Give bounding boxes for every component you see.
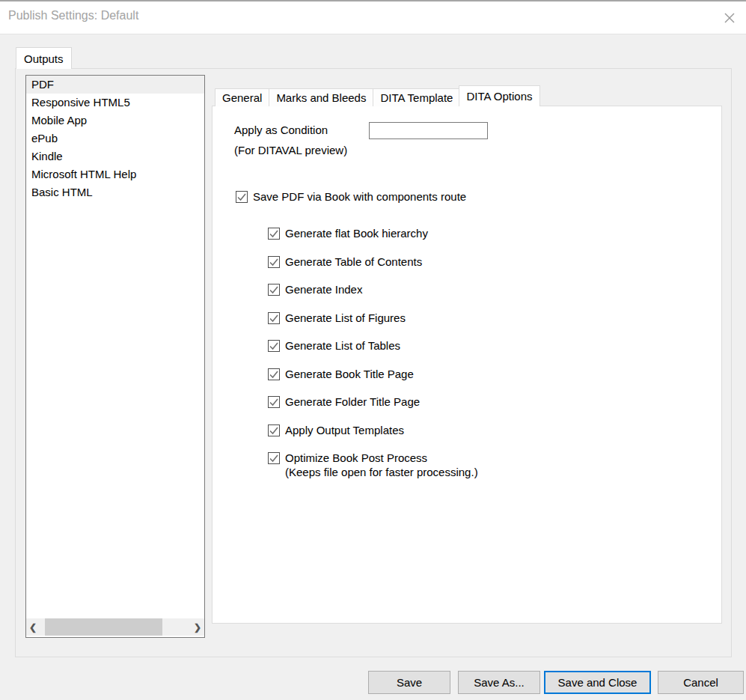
checkmark-icon bbox=[269, 425, 279, 436]
optimize-note: (Keeps file open for faster processing.) bbox=[285, 466, 478, 478]
checkbox-flat-book-hierarchy[interactable] bbox=[268, 228, 280, 240]
checkbox-row-apply-output-templates[interactable]: Apply Output Templates bbox=[268, 424, 404, 436]
list-item-mobile-app[interactable]: Mobile App bbox=[26, 112, 204, 130]
save-and-close-button[interactable]: Save and Close bbox=[544, 671, 651, 694]
scroll-left-icon[interactable]: ❮ bbox=[26, 618, 40, 636]
checkbox-label: Generate Index bbox=[285, 283, 362, 296]
detail-tabs: General Marks and Bleeds DITA Template D… bbox=[215, 85, 540, 106]
checkbox-table-of-contents[interactable] bbox=[268, 256, 280, 268]
checkbox-optimize-book-post-process[interactable] bbox=[268, 452, 280, 464]
checkbox-label: Generate List of Tables bbox=[285, 339, 400, 352]
list-item-basic-html[interactable]: Basic HTML bbox=[26, 183, 204, 201]
tab-marks-and-bleeds-label: Marks and Bleeds bbox=[276, 91, 366, 104]
checkbox-label: Save PDF via Book with components route bbox=[253, 190, 466, 203]
tab-outputs-label: Outputs bbox=[24, 52, 64, 65]
checkbox-save-pdf-via-book[interactable] bbox=[236, 191, 248, 203]
checkbox-label: Generate List of Figures bbox=[285, 311, 406, 324]
checkbox-folder-title-page[interactable] bbox=[268, 396, 280, 408]
publish-settings-dialog: Publish Settings: Default Outputs PDF Re… bbox=[0, 0, 746, 700]
scrollbar-thumb[interactable] bbox=[45, 618, 162, 636]
checkmark-icon bbox=[236, 192, 247, 202]
list-item-pdf[interactable]: PDF bbox=[26, 76, 204, 94]
cancel-button[interactable]: Cancel bbox=[658, 671, 744, 694]
checkbox-label: Generate Table of Contents bbox=[285, 255, 422, 268]
checkmark-icon bbox=[269, 453, 279, 463]
checkmark-icon bbox=[269, 397, 279, 407]
checkbox-row-optimize-book-post-process[interactable]: Optimize Book Post Process bbox=[268, 451, 427, 464]
checkbox-label: Generate flat Book hierarchy bbox=[285, 227, 428, 240]
checkmark-icon bbox=[269, 284, 279, 295]
tab-dita-template[interactable]: DITA Template bbox=[373, 88, 459, 106]
checkbox-row-save-pdf-via-book[interactable]: Save PDF via Book with components route bbox=[236, 190, 466, 203]
output-type-list[interactable]: PDF Responsive HTML5 Mobile App ePub Kin… bbox=[25, 75, 205, 638]
save-button[interactable]: Save bbox=[368, 671, 450, 694]
checkbox-row-flat-book-hierarchy[interactable]: Generate flat Book hierarchy bbox=[268, 227, 428, 240]
checkmark-icon bbox=[269, 313, 279, 323]
checkbox-row-book-title-page[interactable]: Generate Book Title Page bbox=[268, 368, 414, 380]
checkmark-icon bbox=[269, 369, 279, 380]
checkbox-book-title-page[interactable] bbox=[268, 368, 280, 380]
scroll-right-icon[interactable]: ❯ bbox=[191, 618, 204, 636]
list-item-epub[interactable]: ePub bbox=[26, 130, 204, 147]
checkbox-apply-output-templates[interactable] bbox=[268, 424, 280, 436]
list-item-responsive-html5[interactable]: Responsive HTML5 bbox=[26, 94, 204, 112]
checkbox-list-of-figures[interactable] bbox=[268, 312, 280, 324]
close-button[interactable] bbox=[720, 9, 739, 28]
tab-general[interactable]: General bbox=[215, 88, 269, 106]
checkbox-row-list-of-tables[interactable]: Generate List of Tables bbox=[268, 339, 400, 352]
checkbox-row-table-of-contents[interactable]: Generate Table of Contents bbox=[268, 255, 422, 268]
tab-dita-options-label: DITA Options bbox=[466, 90, 532, 103]
title-bar: Publish Settings: Default bbox=[0, 1, 746, 34]
checkbox-label: Apply Output Templates bbox=[285, 424, 404, 436]
dialog-title: Publish Settings: Default bbox=[8, 9, 138, 22]
apply-as-condition-input[interactable] bbox=[369, 122, 488, 139]
tab-marks-and-bleeds[interactable]: Marks and Bleeds bbox=[269, 88, 373, 106]
ditaval-preview-note: (For DITAVAL preview) bbox=[234, 144, 347, 156]
checkbox-label: Generate Folder Title Page bbox=[285, 395, 420, 408]
horizontal-scrollbar[interactable]: ❮ ❯ bbox=[26, 618, 204, 636]
tab-dita-template-label: DITA Template bbox=[380, 91, 453, 104]
checkbox-list-of-tables[interactable] bbox=[268, 340, 280, 352]
checkbox-generate-index[interactable] bbox=[268, 284, 280, 296]
dita-options-panel: Apply as Condition (For DITAVAL preview)… bbox=[212, 106, 722, 624]
tab-dita-options[interactable]: DITA Options bbox=[459, 85, 539, 106]
apply-as-condition-label: Apply as Condition bbox=[234, 124, 328, 136]
close-icon bbox=[722, 10, 737, 28]
checkbox-row-generate-index[interactable]: Generate Index bbox=[268, 283, 362, 296]
save-as-button[interactable]: Save As... bbox=[458, 671, 540, 694]
list-item-kindle[interactable]: Kindle bbox=[26, 147, 204, 165]
list-item-microsoft-html-help[interactable]: Microsoft HTML Help bbox=[26, 165, 204, 183]
checkmark-icon bbox=[269, 228, 279, 239]
checkbox-row-list-of-figures[interactable]: Generate List of Figures bbox=[268, 311, 406, 324]
checkbox-label: Optimize Book Post Process bbox=[285, 451, 427, 464]
checkbox-row-folder-title-page[interactable]: Generate Folder Title Page bbox=[268, 395, 420, 408]
checkmark-icon bbox=[269, 257, 279, 267]
tab-general-label: General bbox=[222, 91, 262, 104]
checkbox-label: Generate Book Title Page bbox=[285, 368, 414, 380]
checkmark-icon bbox=[269, 341, 279, 351]
tab-outputs[interactable]: Outputs bbox=[16, 47, 72, 69]
